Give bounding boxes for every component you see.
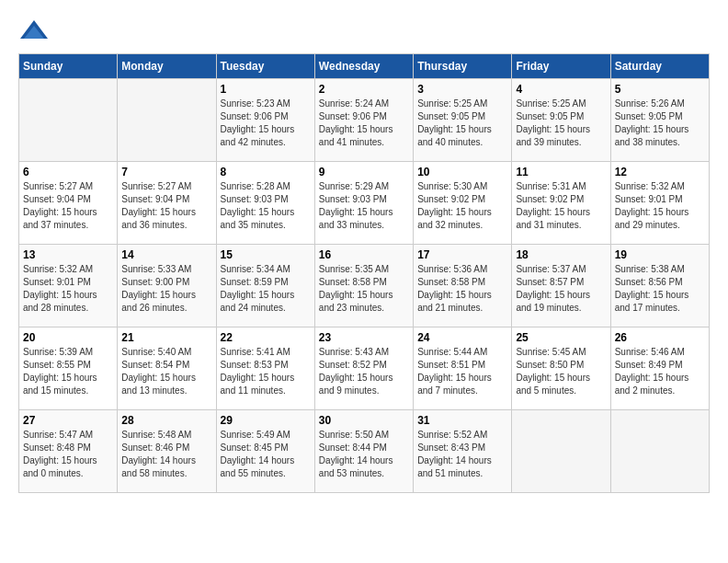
day-number: 26: [615, 331, 705, 344]
weekday-header: Wednesday: [314, 54, 413, 79]
day-info: Sunrise: 5:24 AM Sunset: 9:06 PM Dayligh…: [319, 98, 409, 149]
day-info: Sunrise: 5:46 AM Sunset: 8:49 PM Dayligh…: [615, 346, 705, 397]
sunset-text: Sunset: 9:05 PM: [417, 111, 485, 121]
day-number: 7: [121, 166, 211, 178]
day-number: 25: [516, 331, 606, 344]
day-info: Sunrise: 5:27 AM Sunset: 9:04 PM Dayligh…: [121, 180, 211, 232]
day-info: Sunrise: 5:28 AM Sunset: 9:03 PM Dayligh…: [221, 180, 311, 232]
sunset-text: Sunset: 9:05 PM: [615, 111, 683, 121]
day-number: 6: [23, 166, 113, 178]
day-info: Sunrise: 5:40 AM Sunset: 8:54 PM Dayligh…: [121, 346, 211, 397]
daylight-text: Daylight: 15 hours and 13 minutes.: [121, 373, 196, 396]
day-number: 13: [23, 248, 113, 261]
day-info: Sunrise: 5:44 AM Sunset: 8:51 PM Dayligh…: [417, 346, 507, 397]
calendar-cell: 23 Sunrise: 5:43 AM Sunset: 8:52 PM Dayl…: [314, 327, 413, 410]
daylight-text: Daylight: 15 hours and 19 minutes.: [516, 290, 590, 313]
sunset-text: Sunset: 8:48 PM: [23, 442, 91, 453]
sunset-text: Sunset: 9:01 PM: [615, 194, 683, 204]
calendar-cell: 25 Sunrise: 5:45 AM Sunset: 8:50 PM Dayl…: [512, 327, 610, 410]
calendar-cell: 22 Sunrise: 5:41 AM Sunset: 8:53 PM Dayl…: [216, 327, 314, 410]
day-number: 27: [23, 414, 113, 427]
day-info: Sunrise: 5:43 AM Sunset: 8:52 PM Dayligh…: [319, 346, 409, 397]
sunset-text: Sunset: 9:04 PM: [121, 194, 189, 204]
day-number: 4: [516, 83, 606, 96]
daylight-text: Daylight: 15 hours and 24 minutes.: [221, 290, 295, 313]
day-number: 11: [516, 166, 606, 178]
weekday-header: Sunday: [19, 54, 118, 79]
sunrise-text: Sunrise: 5:31 AM: [516, 181, 586, 191]
calendar-cell: 1 Sunrise: 5:23 AM Sunset: 9:06 PM Dayli…: [216, 79, 314, 162]
day-number: 3: [417, 83, 507, 96]
daylight-text: Daylight: 15 hours and 38 minutes.: [615, 124, 689, 147]
sunrise-text: Sunrise: 5:30 AM: [417, 181, 487, 191]
day-info: Sunrise: 5:23 AM Sunset: 9:06 PM Dayligh…: [221, 98, 311, 149]
day-info: Sunrise: 5:41 AM Sunset: 8:53 PM Dayligh…: [221, 346, 311, 397]
day-info: Sunrise: 5:34 AM Sunset: 8:59 PM Dayligh…: [221, 263, 311, 315]
daylight-text: Daylight: 15 hours and 41 minutes.: [319, 124, 393, 147]
day-info: Sunrise: 5:30 AM Sunset: 9:02 PM Dayligh…: [417, 180, 507, 232]
day-number: 16: [319, 248, 409, 261]
sunset-text: Sunset: 9:01 PM: [23, 277, 91, 287]
daylight-text: Daylight: 15 hours and 32 minutes.: [417, 207, 492, 230]
daylight-text: Daylight: 14 hours and 55 minutes.: [221, 455, 295, 478]
calendar-week-row: 27 Sunrise: 5:47 AM Sunset: 8:48 PM Dayl…: [19, 410, 710, 493]
daylight-text: Daylight: 15 hours and 17 minutes.: [615, 290, 689, 313]
daylight-text: Daylight: 15 hours and 0 minutes.: [23, 455, 97, 478]
daylight-text: Daylight: 15 hours and 29 minutes.: [615, 207, 689, 230]
day-info: Sunrise: 5:32 AM Sunset: 9:01 PM Dayligh…: [615, 180, 705, 232]
calendar-cell: 5 Sunrise: 5:26 AM Sunset: 9:05 PM Dayli…: [610, 79, 709, 162]
sunset-text: Sunset: 8:51 PM: [417, 360, 485, 370]
day-info: Sunrise: 5:29 AM Sunset: 9:03 PM Dayligh…: [319, 180, 409, 232]
day-info: Sunrise: 5:37 AM Sunset: 8:57 PM Dayligh…: [516, 263, 606, 315]
sunset-text: Sunset: 8:49 PM: [615, 360, 683, 370]
sunrise-text: Sunrise: 5:52 AM: [417, 430, 487, 440]
weekday-header: Tuesday: [216, 54, 314, 79]
calendar-cell: 4 Sunrise: 5:25 AM Sunset: 9:05 PM Dayli…: [512, 79, 610, 162]
daylight-text: Daylight: 15 hours and 9 minutes.: [319, 373, 393, 396]
calendar-cell: 30 Sunrise: 5:50 AM Sunset: 8:44 PM Dayl…: [314, 410, 413, 493]
sunrise-text: Sunrise: 5:26 AM: [615, 98, 685, 109]
sunrise-text: Sunrise: 5:35 AM: [319, 264, 389, 274]
sunset-text: Sunset: 8:58 PM: [319, 277, 387, 287]
sunset-text: Sunset: 9:06 PM: [221, 111, 289, 121]
sunset-text: Sunset: 9:00 PM: [121, 277, 189, 287]
calendar-cell: 13 Sunrise: 5:32 AM Sunset: 9:01 PM Dayl…: [19, 245, 118, 327]
day-info: Sunrise: 5:39 AM Sunset: 8:55 PM Dayligh…: [23, 346, 113, 397]
daylight-text: Daylight: 15 hours and 15 minutes.: [23, 373, 97, 396]
day-info: Sunrise: 5:31 AM Sunset: 9:02 PM Dayligh…: [516, 180, 606, 232]
day-info: Sunrise: 5:26 AM Sunset: 9:05 PM Dayligh…: [615, 98, 705, 149]
day-number: 8: [221, 166, 311, 178]
calendar-week-row: 1 Sunrise: 5:23 AM Sunset: 9:06 PM Dayli…: [19, 79, 710, 162]
sunset-text: Sunset: 8:52 PM: [319, 360, 387, 370]
daylight-text: Daylight: 15 hours and 35 minutes.: [221, 207, 295, 230]
daylight-text: Daylight: 15 hours and 11 minutes.: [221, 373, 295, 396]
day-info: Sunrise: 5:52 AM Sunset: 8:43 PM Dayligh…: [417, 429, 507, 480]
daylight-text: Daylight: 14 hours and 51 minutes.: [417, 455, 492, 478]
day-number: 9: [319, 166, 409, 178]
daylight-text: Daylight: 15 hours and 33 minutes.: [319, 207, 393, 230]
day-number: 31: [417, 414, 507, 427]
calendar-cell: 9 Sunrise: 5:29 AM Sunset: 9:03 PM Dayli…: [314, 162, 413, 245]
daylight-text: Daylight: 15 hours and 5 minutes.: [516, 373, 590, 396]
sunrise-text: Sunrise: 5:43 AM: [319, 347, 389, 357]
sunrise-text: Sunrise: 5:49 AM: [221, 430, 290, 440]
day-number: 12: [615, 166, 705, 178]
daylight-text: Daylight: 15 hours and 37 minutes.: [23, 207, 97, 230]
calendar-cell: [512, 410, 610, 493]
calendar-cell: 15 Sunrise: 5:34 AM Sunset: 8:59 PM Dayl…: [216, 245, 314, 327]
day-info: Sunrise: 5:38 AM Sunset: 8:56 PM Dayligh…: [615, 263, 705, 315]
day-number: 21: [121, 331, 211, 344]
sunset-text: Sunset: 9:04 PM: [23, 194, 91, 204]
page-header: [18, 18, 710, 44]
daylight-text: Daylight: 15 hours and 40 minutes.: [417, 124, 492, 147]
daylight-text: Daylight: 15 hours and 42 minutes.: [221, 124, 295, 147]
sunset-text: Sunset: 9:03 PM: [221, 194, 289, 204]
calendar-cell: 27 Sunrise: 5:47 AM Sunset: 8:48 PM Dayl…: [19, 410, 118, 493]
daylight-text: Daylight: 15 hours and 23 minutes.: [319, 290, 393, 313]
day-number: 30: [319, 414, 409, 427]
sunset-text: Sunset: 8:43 PM: [417, 442, 485, 453]
sunrise-text: Sunrise: 5:29 AM: [319, 181, 389, 191]
calendar-cell: [118, 79, 216, 162]
sunrise-text: Sunrise: 5:28 AM: [221, 181, 290, 191]
sunrise-text: Sunrise: 5:41 AM: [221, 347, 290, 357]
